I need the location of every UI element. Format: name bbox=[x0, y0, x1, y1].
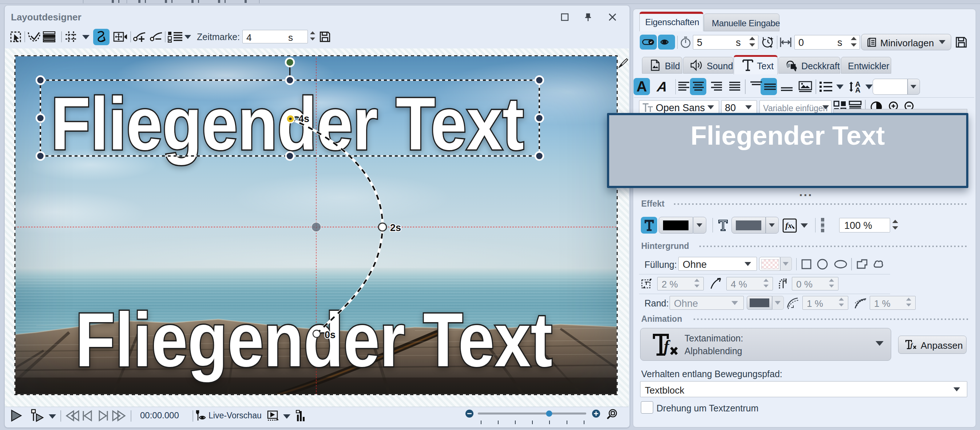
svg-text:2s: 2s bbox=[390, 222, 401, 233]
svg-text:4s: 4s bbox=[298, 113, 309, 124]
svg-text:A: A bbox=[855, 86, 860, 94]
svg-text:0s: 0s bbox=[325, 329, 336, 340]
svg-text:Fliegender Text: Fliegender Text bbox=[75, 297, 552, 383]
svg-text:fx: fx bbox=[785, 221, 792, 230]
svg-text:00:00.000: 00:00.000 bbox=[140, 410, 179, 420]
svg-text:f: f bbox=[664, 337, 671, 355]
svg-text:Live-Vorschau: Live-Vorschau bbox=[208, 411, 262, 420]
svg-text:f: f bbox=[910, 342, 913, 349]
